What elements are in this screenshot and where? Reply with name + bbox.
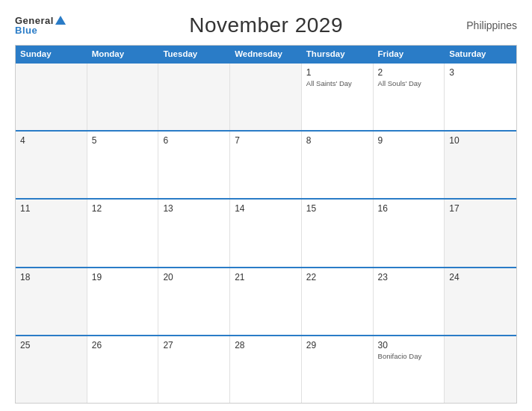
calendar-cell-0-4: 1All Saints' Day [302,64,374,130]
header: General Blue November 2029 Philippines [15,13,517,37]
logo-blue-text: Blue [15,25,66,35]
calendar-cell-3-4: 22 [302,268,374,335]
weekday-tuesday: Tuesday [158,46,230,62]
calendar-cell-2-6: 17 [445,200,516,266]
calendar-cell-2-4: 15 [302,200,374,266]
day-number: 29 [306,340,368,350]
calendar-cell-3-3: 21 [230,268,302,335]
calendar-cell-3-1: 19 [87,268,159,335]
day-number: 14 [235,203,297,214]
calendar-cell-2-3: 14 [230,200,302,266]
calendar-cell-1-0: 4 [16,132,87,198]
day-number: 3 [449,67,512,78]
page: General Blue November 2029 Philippines S… [0,0,532,411]
day-number: 28 [235,340,297,350]
day-number: 30 [378,340,440,350]
holiday-name: Bonifacio Day [378,352,440,360]
day-number: 1 [306,67,368,78]
calendar-cell-3-0: 18 [16,268,87,335]
calendar-cell-0-6: 3 [445,64,516,130]
day-number: 5 [92,135,154,146]
calendar-cell-2-2: 13 [158,200,230,266]
calendar-cell-0-5: 2All Souls' Day [374,64,445,130]
logo: General Blue [15,16,66,36]
calendar-header: Sunday Monday Tuesday Wednesday Thursday… [16,46,516,62]
day-number: 21 [235,272,297,282]
calendar-cell-1-3: 7 [230,132,302,198]
day-number: 7 [235,135,297,146]
calendar-cell-2-5: 16 [374,200,445,266]
logo-general-text: General [15,16,66,26]
calendar-cell-1-6: 10 [445,132,516,198]
calendar-cell-4-0: 25 [16,336,87,403]
calendar-cell-2-0: 11 [16,200,87,266]
weekday-wednesday: Wednesday [230,46,302,62]
calendar-cell-0-1 [87,64,159,130]
calendar-cell-3-5: 23 [374,268,445,335]
day-number: 6 [163,135,225,146]
day-number: 2 [378,67,440,78]
calendar-cell-4-3: 28 [230,336,302,403]
calendar-cell-1-5: 9 [374,132,445,198]
day-number: 16 [378,203,440,214]
calendar-cell-4-6 [445,336,516,403]
day-number: 19 [92,272,154,282]
calendar-week-1: 1All Saints' Day2All Souls' Day3 [16,62,516,130]
day-number: 13 [163,203,225,214]
calendar-cell-4-5: 30Bonifacio Day [374,336,445,403]
day-number: 9 [378,135,440,146]
calendar-cell-0-2 [158,64,230,130]
weekday-monday: Monday [87,46,159,62]
day-number: 8 [306,135,368,146]
day-number: 15 [306,203,368,214]
country-label: Philippines [466,19,517,31]
day-number: 27 [163,340,225,350]
weekday-thursday: Thursday [302,46,374,62]
day-number: 18 [20,272,82,282]
calendar-cell-3-2: 20 [158,268,230,335]
calendar-week-2: 45678910 [16,130,516,198]
calendar-week-3: 11121314151617 [16,198,516,266]
day-number: 22 [306,272,368,282]
calendar-cell-4-4: 29 [302,336,374,403]
day-number: 25 [20,340,82,350]
holiday-name: All Saints' Day [306,79,368,87]
weekday-sunday: Sunday [16,46,87,62]
day-number: 23 [378,272,440,282]
calendar-cell-0-3 [230,64,302,130]
weekday-friday: Friday [374,46,445,62]
calendar: Sunday Monday Tuesday Wednesday Thursday… [15,45,517,404]
day-number: 12 [92,203,154,214]
day-number: 11 [20,203,82,214]
calendar-title: November 2029 [189,13,343,37]
calendar-week-4: 18192021222324 [16,267,516,335]
logo-triangle-icon [55,16,66,25]
calendar-week-5: 252627282930Bonifacio Day [16,335,516,403]
day-number: 4 [20,135,82,146]
day-number: 17 [449,203,512,214]
holiday-name: All Souls' Day [378,79,440,87]
day-number: 26 [92,340,154,350]
calendar-body: 1All Saints' Day2All Souls' Day345678910… [16,62,516,403]
day-number: 10 [449,135,512,146]
weekday-saturday: Saturday [445,46,516,62]
calendar-cell-1-4: 8 [302,132,374,198]
calendar-cell-3-6: 24 [445,268,516,335]
calendar-cell-0-0 [16,64,87,130]
day-number: 20 [163,272,225,282]
calendar-cell-1-1: 5 [87,132,159,198]
calendar-cell-2-1: 12 [87,200,159,266]
calendar-cell-1-2: 6 [158,132,230,198]
day-number: 24 [449,272,512,282]
calendar-cell-4-1: 26 [87,336,159,403]
calendar-cell-4-2: 27 [158,336,230,403]
